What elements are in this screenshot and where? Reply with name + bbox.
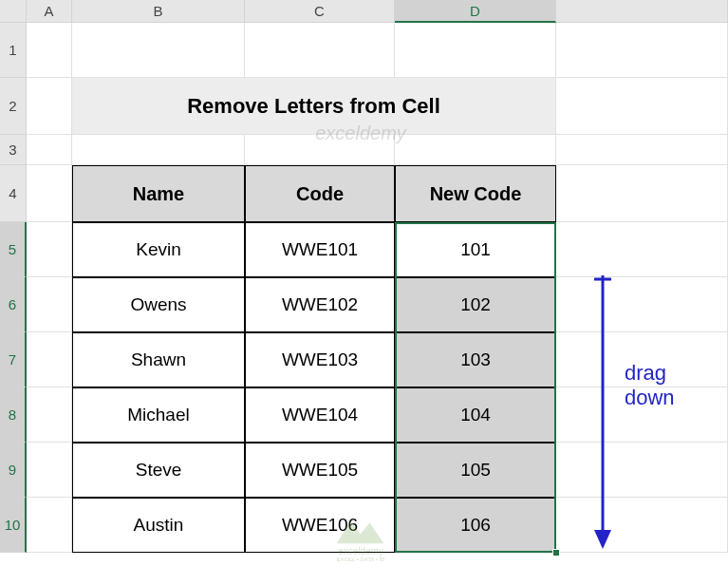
cell-a2[interactable] <box>27 78 72 135</box>
cell-a7[interactable] <box>27 332 72 387</box>
cell-a4[interactable] <box>27 165 72 222</box>
table-row[interactable]: Michael <box>72 387 245 443</box>
select-all-corner[interactable] <box>0 0 27 23</box>
cell-e8[interactable] <box>556 387 728 443</box>
table-row[interactable]: 101 <box>395 222 556 277</box>
cell-d3[interactable] <box>395 135 556 165</box>
row-header-2[interactable]: 2 <box>0 78 27 135</box>
col-header-a[interactable]: A <box>27 0 72 23</box>
table-row[interactable]: Austin <box>72 498 245 553</box>
row-header-5[interactable]: 5 <box>0 222 27 277</box>
row-header-7[interactable]: 7 <box>0 332 27 387</box>
cell-e4[interactable] <box>556 165 728 222</box>
cell-a3[interactable] <box>27 135 72 165</box>
cell-d1[interactable] <box>395 23 556 78</box>
cell-c1[interactable] <box>245 23 395 78</box>
cell-a1[interactable] <box>27 23 72 78</box>
table-header-code[interactable]: Code <box>245 165 395 222</box>
col-header-c[interactable]: C <box>245 0 395 23</box>
fill-handle[interactable] <box>552 549 560 557</box>
table-row[interactable]: WWE104 <box>245 387 395 443</box>
cell-e6[interactable] <box>556 277 728 332</box>
table-row[interactable]: 102 <box>395 277 556 332</box>
col-header-blank <box>556 0 728 23</box>
cell-e1[interactable] <box>556 23 728 78</box>
cell-c3[interactable] <box>245 135 395 165</box>
col-header-d[interactable]: D <box>395 0 556 23</box>
table-header-newcode[interactable]: New Code <box>395 165 556 222</box>
table-row[interactable]: Owens <box>72 277 245 332</box>
cell-a6[interactable] <box>27 277 72 332</box>
table-row[interactable]: 103 <box>395 332 556 387</box>
cell-a5[interactable] <box>27 222 72 277</box>
table-row[interactable]: WWE106 <box>245 498 395 553</box>
spreadsheet-grid: A B C D 1 2 Remove Letters from Cell 3 4… <box>0 0 728 553</box>
row-header-9[interactable]: 9 <box>0 443 27 498</box>
title-cell[interactable]: Remove Letters from Cell <box>72 78 556 135</box>
table-row[interactable]: WWE102 <box>245 277 395 332</box>
cell-e5[interactable] <box>556 222 728 277</box>
row-header-4[interactable]: 4 <box>0 165 27 222</box>
cell-b3[interactable] <box>72 135 245 165</box>
table-row[interactable]: 105 <box>395 443 556 498</box>
cell-e7[interactable] <box>556 332 728 387</box>
table-row[interactable]: Shawn <box>72 332 245 387</box>
cell-e10[interactable] <box>556 498 728 553</box>
table-row[interactable]: Steve <box>72 443 245 498</box>
cell-a10[interactable] <box>27 498 72 553</box>
cell-b1[interactable] <box>72 23 245 78</box>
cell-e2[interactable] <box>556 78 728 135</box>
table-row[interactable]: WWE105 <box>245 443 395 498</box>
row-header-3[interactable]: 3 <box>0 135 27 165</box>
cell-e9[interactable] <box>556 443 728 498</box>
col-header-b[interactable]: B <box>72 0 245 23</box>
cell-a9[interactable] <box>27 443 72 498</box>
table-row[interactable]: 104 <box>395 387 556 443</box>
row-header-8[interactable]: 8 <box>0 387 27 443</box>
row-header-6[interactable]: 6 <box>0 277 27 332</box>
table-header-name[interactable]: Name <box>72 165 245 222</box>
table-row[interactable]: Kevin <box>72 222 245 277</box>
table-row[interactable]: WWE101 <box>245 222 395 277</box>
table-row[interactable]: 106 <box>395 498 556 553</box>
table-row[interactable]: WWE103 <box>245 332 395 387</box>
row-header-10[interactable]: 10 <box>0 498 27 553</box>
row-header-1[interactable]: 1 <box>0 23 27 78</box>
cell-a8[interactable] <box>27 387 72 443</box>
cell-e3[interactable] <box>556 135 728 165</box>
